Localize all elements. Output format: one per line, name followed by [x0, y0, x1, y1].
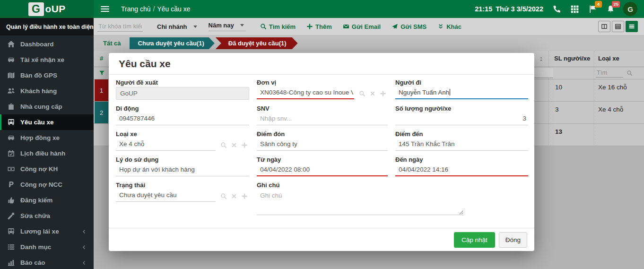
- cell-sl-nguoi-xe: 10: [555, 84, 562, 91]
- field-den-ngay: Đến ngày: [395, 156, 528, 176]
- thumbs-up-icon: [7, 196, 15, 204]
- sidebar-tagline: Quản lý điều hành xe toàn diện: [0, 18, 94, 35]
- column-header-sl-nguoi-xe[interactable]: SL người/xe: [554, 55, 590, 62]
- branch-dropdown[interactable]: Chi nhánh: [157, 23, 197, 30]
- modal-footer: Cập nhật Đóng: [109, 228, 534, 251]
- bell-badge: 25: [612, 1, 620, 8]
- diem-den-input[interactable]: [395, 139, 528, 151]
- column-header-loai-xe[interactable]: Loại xe: [598, 55, 619, 62]
- don-vi-input[interactable]: [257, 87, 354, 99]
- tab-da-duyet-yeu-cau-1[interactable]: Đã duyệt yêu cầu(1): [216, 37, 298, 49]
- avatar[interactable]: G: [623, 2, 637, 16]
- field-ghi-chu: Ghi chú: [257, 182, 463, 217]
- cell-sl-nguoi-xe: 3: [555, 106, 559, 113]
- modal-header: Yêu cầu xe: [109, 53, 534, 75]
- sidebar-item-cong-no-ncc[interactable]: Công nợ NCC: [0, 177, 94, 192]
- clear-icon[interactable]: [231, 142, 237, 148]
- sidebar-item-luong-lai-xe[interactable]: Lương lái xe: [0, 224, 94, 239]
- sidebar-item-dang-kiem[interactable]: Đăng kiểm: [0, 192, 94, 208]
- hamburger-menu-icon[interactable]: [101, 5, 109, 13]
- year-dropdown[interactable]: Năm nay: [209, 22, 246, 31]
- close-button[interactable]: Đóng: [499, 232, 527, 248]
- ly-do-input[interactable]: [116, 164, 249, 176]
- vendor-bag-icon: [7, 103, 15, 111]
- tab-tat-ca[interactable]: Tất cả: [98, 37, 130, 49]
- sidebar-item-danh-muc[interactable]: Danh mục: [0, 239, 94, 255]
- logo[interactable]: G oUP: [0, 0, 94, 18]
- action-gui-sms[interactable]: Gửi SMS: [392, 23, 426, 30]
- field-snv: SNV: [257, 105, 388, 125]
- field-nguoi-di: Người đi Nguyễn Tuấn Anh: [395, 79, 528, 100]
- bell-icon[interactable]: 25: [606, 5, 615, 14]
- sidebar-item-khach-hang[interactable]: Khách hàng: [0, 83, 94, 99]
- sidebar-item-bao-cao[interactable]: Báo cáo: [0, 255, 94, 269]
- toolbar-actions: Tìm kiếmThêmGửi EmailGửi SMSKhác: [260, 23, 461, 30]
- filter-input-partial[interactable]: [534, 68, 553, 78]
- add-icon[interactable]: [241, 142, 248, 148]
- clear-icon[interactable]: [231, 193, 237, 200]
- flag-icon[interactable]: 4: [588, 5, 597, 14]
- view-calendar-button[interactable]: [612, 21, 624, 32]
- trang-thai-input[interactable]: [116, 190, 216, 202]
- toolbar: Chi nhánh Năm nay Tìm kiếmThêmGửi EmailG…: [94, 18, 644, 35]
- nguoi-de-xuat-input[interactable]: [116, 87, 249, 100]
- home-icon: [7, 40, 15, 48]
- snv-input[interactable]: [257, 113, 388, 125]
- sidebar-item-nha-cung-cap[interactable]: Nhà cung cấp: [0, 99, 94, 114]
- clear-icon[interactable]: [369, 90, 376, 97]
- sidebar-item-dashboard[interactable]: Dashboard: [0, 36, 94, 52]
- search-icon[interactable]: [220, 193, 227, 200]
- action-them[interactable]: Thêm: [306, 23, 332, 30]
- action-khac[interactable]: Khác: [437, 23, 461, 30]
- double-chevron-down-icon: [437, 23, 444, 30]
- apps-grid-icon[interactable]: [570, 5, 579, 14]
- sort-icon[interactable]: [539, 56, 544, 62]
- den-ngay-input[interactable]: [395, 164, 528, 176]
- so-luong-input[interactable]: [395, 113, 528, 125]
- vehicle-request-modal: Yêu cầu xe Người đề xuất Đơn vị: [109, 53, 534, 251]
- search-input[interactable]: [97, 21, 143, 32]
- car-icon: [7, 56, 15, 64]
- phone-icon[interactable]: [552, 5, 561, 14]
- add-icon[interactable]: [241, 193, 248, 200]
- filter-funnel-icon[interactable]: [99, 70, 105, 76]
- hash-column-header[interactable]: #: [100, 55, 103, 62]
- calendar-check-icon: [7, 149, 15, 157]
- field-nguoi-de-xuat: Người đề xuất: [116, 79, 249, 100]
- text-cursor: [450, 89, 450, 95]
- di-dong-input[interactable]: [116, 113, 249, 125]
- update-button[interactable]: Cập nhật: [454, 232, 495, 248]
- loai-xe-input[interactable]: [116, 139, 216, 151]
- breadcrumb-home[interactable]: Trang chủ: [121, 5, 151, 13]
- diem-don-input[interactable]: [257, 139, 388, 151]
- sidebar-item-hop-dong-xe[interactable]: Hợp đồng xe: [0, 130, 94, 146]
- filter-search-icon[interactable]: [627, 70, 633, 76]
- chevron-left-icon: [81, 244, 87, 250]
- loai-xe-filter-input[interactable]: [596, 68, 623, 78]
- nguoi-di-input[interactable]: Nguyễn Tuấn Anh: [395, 87, 528, 99]
- search-icon: [260, 23, 267, 30]
- email-icon: [343, 23, 349, 30]
- action-tim-kiem[interactable]: Tìm kiếm: [260, 23, 296, 30]
- sidebar-item-tai-xe-nhan-xe[interactable]: Tài xế nhận xe: [0, 52, 94, 68]
- view-columns-button[interactable]: [598, 21, 610, 32]
- field-trang-thai: Trạng thái: [116, 182, 249, 217]
- tu-ngay-input[interactable]: [257, 164, 388, 176]
- cell-loai-xe: Xe 16 chỗ: [598, 84, 627, 91]
- tab-chua-duyet-yeu-cau-1[interactable]: Chưa duyệt yêu cầu(1): [130, 37, 215, 49]
- add-icon[interactable]: [380, 90, 386, 97]
- clock: 21:15Thứ 3 3/5/2022: [475, 5, 543, 13]
- ghi-chu-textarea[interactable]: [257, 190, 463, 215]
- action-gui-email[interactable]: Gửi Email: [343, 23, 381, 30]
- sidebar-item-ban-do-gps[interactable]: Bản đồ GPS: [0, 68, 94, 83]
- view-list-button[interactable]: [626, 21, 638, 32]
- sidebar-item-cong-no-kh[interactable]: Công nợ KH: [0, 161, 94, 177]
- field-ly-do-su-dung: Lý do sử dụng: [116, 156, 249, 176]
- top-bar-right: 21:15Thứ 3 3/5/2022 4 25 G: [475, 2, 644, 16]
- search-icon[interactable]: [359, 90, 366, 97]
- sidebar-item-yeu-cau-xe[interactable]: Yêu cầu xe: [0, 114, 94, 130]
- lookup-icons: [216, 193, 249, 202]
- search-icon[interactable]: [220, 142, 227, 148]
- sidebar-item-sua-chua[interactable]: Sửa chữa: [0, 208, 94, 224]
- sidebar-item-lich-dieu-hanh[interactable]: Lịch điều hành: [0, 146, 94, 161]
